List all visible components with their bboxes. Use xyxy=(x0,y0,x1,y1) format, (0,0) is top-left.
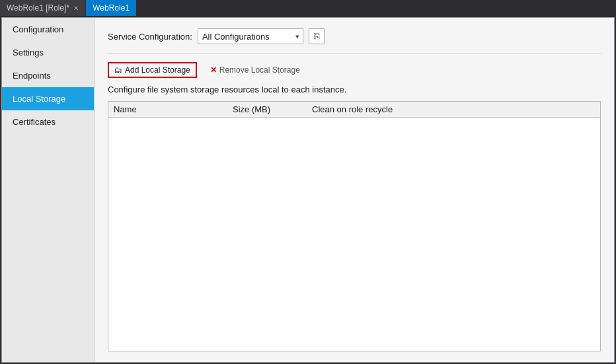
remove-button-label: Remove Local Storage xyxy=(219,65,300,75)
data-table: Name Size (MB) Clean on role recycle xyxy=(108,101,601,351)
sidebar-item-certificates[interactable]: Certificates xyxy=(2,110,94,133)
sidebar-item-local-storage[interactable]: Local Storage xyxy=(2,87,94,110)
copy-config-button[interactable]: ⎘ xyxy=(309,28,325,44)
service-config-row: Service Configuration: All Configuration… xyxy=(108,28,601,44)
tab-webrole1-role[interactable]: WebRole1 [Role]* ✕ xyxy=(0,0,86,16)
column-header-size: Size (MB) xyxy=(233,104,312,114)
close-icon[interactable]: ✕ xyxy=(73,5,79,12)
service-config-label: Service Configuration: xyxy=(108,32,192,42)
table-header: Name Size (MB) Clean on role recycle xyxy=(108,102,600,118)
table-body xyxy=(108,118,600,283)
add-storage-icon: 🗂 xyxy=(114,65,122,75)
service-config-select-wrapper: All Configurations Cloud Local xyxy=(198,28,303,44)
sidebar-label-endpoints: Endpoints xyxy=(13,71,51,81)
column-header-name: Name xyxy=(114,104,233,114)
add-local-storage-button[interactable]: 🗂 Add Local Storage xyxy=(108,62,197,78)
sidebar-label-local-storage: Local Storage xyxy=(13,94,65,104)
tab-webrole1-editor[interactable]: WebRole1 xyxy=(86,0,137,16)
tab-bar: WebRole1 [Role]* ✕ WebRole1 xyxy=(0,0,616,16)
sidebar-item-endpoints[interactable]: Endpoints xyxy=(2,64,94,87)
tab-label: WebRole1 xyxy=(93,3,130,13)
sidebar-item-configuration[interactable]: Configuration xyxy=(2,18,94,41)
divider xyxy=(108,54,601,54)
sidebar-label-settings: Settings xyxy=(13,48,44,57)
service-config-select[interactable]: All Configurations Cloud Local xyxy=(198,28,303,44)
add-button-label: Add Local Storage xyxy=(125,65,190,75)
main-area: Configuration Settings Endpoints Local S… xyxy=(1,17,615,363)
sidebar-label-configuration: Configuration xyxy=(13,24,63,34)
sidebar-item-settings[interactable]: Settings xyxy=(2,41,94,64)
column-header-clean: Clean on role recycle xyxy=(312,104,595,114)
content-panel: Service Configuration: All Configuration… xyxy=(95,18,614,362)
toolbar-row: 🗂 Add Local Storage ✕ Remove Local Stora… xyxy=(108,62,601,78)
remove-local-storage-button[interactable]: ✕ Remove Local Storage xyxy=(205,63,305,77)
copy-icon: ⎘ xyxy=(314,31,319,42)
sidebar-label-certificates: Certificates xyxy=(13,117,56,127)
remove-icon: ✕ xyxy=(210,65,217,75)
tab-label: WebRole1 [Role]* xyxy=(7,3,69,13)
sidebar: Configuration Settings Endpoints Local S… xyxy=(2,18,95,362)
app-frame: WebRole1 [Role]* ✕ WebRole1 Configuratio… xyxy=(0,0,616,364)
description-text: Configure file system storage resources … xyxy=(108,85,601,94)
